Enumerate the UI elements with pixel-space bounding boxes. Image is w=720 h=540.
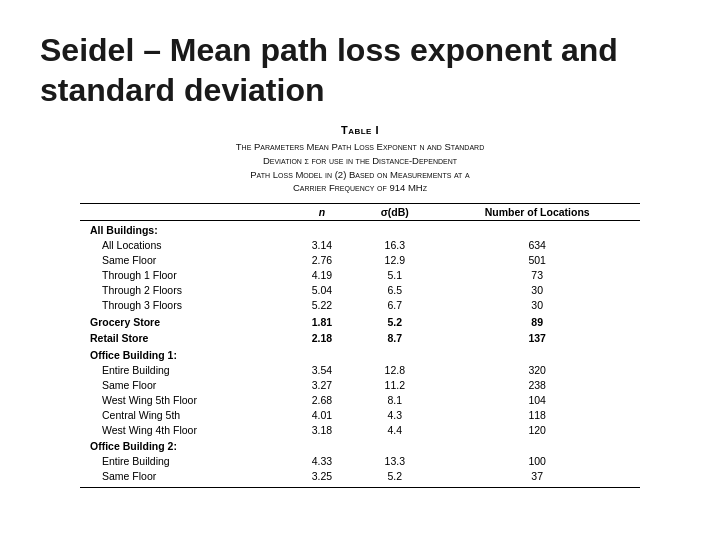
row-locations: [434, 346, 640, 363]
row-sigma: 13.3: [355, 454, 434, 469]
row-n: 5.22: [289, 298, 355, 313]
row-locations: 37: [434, 469, 640, 484]
slide: Seidel – Mean path loss exponent and sta…: [0, 0, 720, 540]
col-header-n: n: [289, 204, 355, 221]
row-sigma: 4.3: [355, 407, 434, 422]
row-label: All Locations: [80, 238, 289, 253]
row-sigma: [355, 346, 434, 363]
row-n: [289, 221, 355, 238]
row-sigma: [355, 437, 434, 454]
row-label: West Wing 5th Floor: [80, 392, 289, 407]
row-label: Office Building 1:: [80, 346, 289, 363]
row-n: 4.19: [289, 268, 355, 283]
row-locations: 320: [434, 362, 640, 377]
data-table: n σ(dB) Number of Locations All Building…: [80, 203, 640, 488]
row-locations: 89: [434, 313, 640, 330]
col-header-label: [80, 204, 289, 221]
row-sigma: 12.8: [355, 362, 434, 377]
row-label: All Buildings:: [80, 221, 289, 238]
row-label: Office Building 2:: [80, 437, 289, 454]
row-sigma: 11.2: [355, 377, 434, 392]
row-label: Entire Building: [80, 362, 289, 377]
row-sigma: 12.9: [355, 253, 434, 268]
row-sigma: 5.2: [355, 469, 434, 484]
table-title: Table I: [341, 124, 379, 136]
row-locations: 137: [434, 329, 640, 346]
row-n: 3.14: [289, 238, 355, 253]
content-area: Table I The Parameters Mean Path Loss Ex…: [40, 124, 680, 488]
row-locations: 501: [434, 253, 640, 268]
row-n: 5.04: [289, 283, 355, 298]
row-label: Same Floor: [80, 469, 289, 484]
row-sigma: 6.5: [355, 283, 434, 298]
row-label: Through 3 Floors: [80, 298, 289, 313]
row-n: 3.25: [289, 469, 355, 484]
row-n: 2.68: [289, 392, 355, 407]
row-locations: 104: [434, 392, 640, 407]
row-label: Entire Building: [80, 454, 289, 469]
row-n: 2.18: [289, 329, 355, 346]
row-n: 3.18: [289, 422, 355, 437]
row-sigma: 16.3: [355, 238, 434, 253]
col-header-locations: Number of Locations: [434, 204, 640, 221]
row-label: Same Floor: [80, 377, 289, 392]
row-n: [289, 346, 355, 363]
row-locations: [434, 437, 640, 454]
row-label: Same Floor: [80, 253, 289, 268]
row-locations: 120: [434, 422, 640, 437]
row-n: 3.54: [289, 362, 355, 377]
row-locations: 73: [434, 268, 640, 283]
row-sigma: 5.2: [355, 313, 434, 330]
table-subtitle: The Parameters Mean Path Loss Exponent n…: [236, 140, 484, 195]
row-label: West Wing 4th Floor: [80, 422, 289, 437]
row-sigma: [355, 221, 434, 238]
row-n: 3.27: [289, 377, 355, 392]
row-locations: 100: [434, 454, 640, 469]
row-label: Through 2 Floors: [80, 283, 289, 298]
row-n: 4.01: [289, 407, 355, 422]
row-sigma: 8.7: [355, 329, 434, 346]
row-label: Retail Store: [80, 329, 289, 346]
row-sigma: 8.1: [355, 392, 434, 407]
row-n: 4.33: [289, 454, 355, 469]
row-n: 2.76: [289, 253, 355, 268]
row-label: Through 1 Floor: [80, 268, 289, 283]
row-locations: 30: [434, 298, 640, 313]
row-n: 1.81: [289, 313, 355, 330]
row-locations: 238: [434, 377, 640, 392]
slide-title: Seidel – Mean path loss exponent and sta…: [40, 30, 680, 110]
col-header-sigma: σ(dB): [355, 204, 434, 221]
row-locations: 634: [434, 238, 640, 253]
row-locations: 118: [434, 407, 640, 422]
row-locations: [434, 221, 640, 238]
row-sigma: 5.1: [355, 268, 434, 283]
row-label: Central Wing 5th: [80, 407, 289, 422]
row-sigma: 6.7: [355, 298, 434, 313]
row-sigma: 4.4: [355, 422, 434, 437]
row-label: Grocery Store: [80, 313, 289, 330]
row-n: [289, 437, 355, 454]
row-locations: 30: [434, 283, 640, 298]
